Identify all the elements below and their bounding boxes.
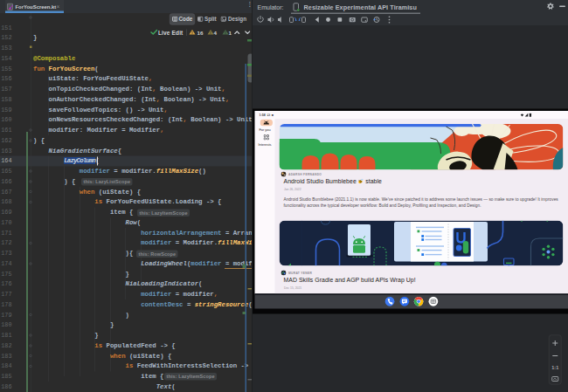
svg-text:1:1: 1:1 [551, 365, 558, 370]
